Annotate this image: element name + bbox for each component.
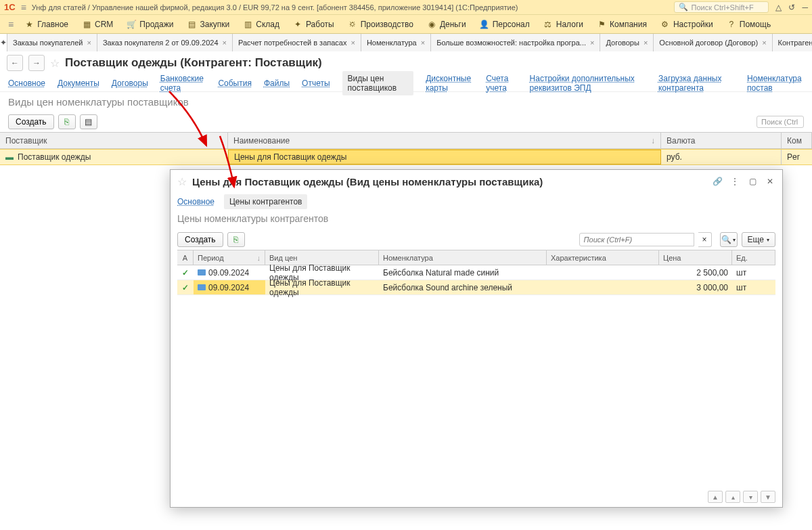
menu-works[interactable]: ✦Работы — [286, 15, 341, 34]
close-icon[interactable]: × — [351, 39, 355, 47]
popup-tab-main[interactable]: Основное — [177, 197, 215, 206]
popup-subtitle: Цены номенклатуры контрагентов — [171, 211, 782, 229]
link-discount[interactable]: Дисконтные карты — [426, 74, 474, 93]
table-row[interactable]: ▬Поставщик одежды Цены для Поставщик оде… — [0, 149, 812, 165]
menu-personnel[interactable]: 👤Персонал — [473, 15, 537, 34]
pcol-period[interactable]: Период↓ — [194, 250, 265, 265]
menu-purchases[interactable]: ▤Закупки — [180, 15, 236, 34]
close-icon[interactable]: × — [762, 39, 766, 47]
col-currency[interactable]: Валюта — [661, 133, 782, 148]
back-button[interactable]: ← — [7, 55, 23, 71]
close-icon[interactable]: ✕ — [765, 177, 775, 186]
link-reports[interactable]: Отчеты — [302, 79, 330, 88]
menu-company[interactable]: ⚑Компания — [590, 15, 654, 34]
table-search[interactable]: Поиск (Ctrl — [757, 116, 804, 128]
popup-search-input[interactable] — [579, 233, 694, 246]
tab-orders[interactable]: Заказы покупателей× — [7, 34, 97, 51]
page-title: Поставщик одежды (Контрагент: Поставщик) — [65, 56, 322, 70]
popup-row[interactable]: ✓ 09.09.2024 Цены для Поставщик одежды Б… — [177, 265, 775, 280]
popup-tab-prices[interactable]: Цены контрагентов — [224, 194, 308, 209]
cell-com: Per — [782, 150, 812, 164]
create-button[interactable]: Создать — [8, 114, 54, 129]
link-bank[interactable]: Банковские счета — [160, 74, 206, 93]
menu-crm[interactable]: ▦CRM — [75, 15, 120, 34]
close-icon[interactable]: × — [590, 39, 594, 47]
tab-more-options[interactable]: Больше возможностей: настройка програ...… — [431, 34, 600, 51]
tab-demand[interactable]: Расчет потребностей в запасах× — [233, 34, 361, 51]
favorite-star-icon[interactable]: ☆ — [50, 57, 60, 70]
tab-contracts[interactable]: Договоры× — [600, 34, 654, 51]
minimize-icon[interactable]: ─ — [802, 3, 808, 12]
menu-main[interactable]: ★Главное — [18, 15, 75, 34]
forward-button[interactable]: → — [28, 55, 45, 71]
link-main[interactable]: Основное — [8, 79, 45, 88]
menu-sales[interactable]: 🛒Продажи — [120, 15, 180, 34]
window-icon[interactable]: ▢ — [747, 177, 758, 186]
tab-nomenclature[interactable]: Номенклатура× — [361, 34, 431, 51]
hamburger-icon[interactable]: ≡ — [21, 2, 26, 13]
link-documents[interactable]: Документы — [58, 79, 99, 88]
link-load-data[interactable]: Загрузка данных контрагента — [658, 74, 735, 93]
copy-button[interactable]: ⎘ — [58, 114, 76, 129]
popup-toolbar: Создать ⎘ × 🔍▾ Еще▾ — [171, 229, 782, 250]
tabs-home-button[interactable]: ✦ — [0, 34, 7, 51]
menu-production[interactable]: ⛭Производство — [341, 15, 420, 34]
menu-label: Компания — [610, 20, 647, 29]
popup-row[interactable]: ✓ 09.09.2024 Цены для Поставщик одежды Б… — [177, 280, 775, 295]
nav-last-button[interactable]: ▼ — [761, 491, 775, 503]
link-nomenclature[interactable]: Номенклатура постав — [747, 74, 804, 93]
link-epd[interactable]: Настройки дополнительных реквизитов ЭПД — [530, 74, 646, 93]
more-button[interactable]: Еще▾ — [742, 232, 775, 247]
pcol-nom[interactable]: Номенклатура — [379, 250, 547, 265]
nav-down-button[interactable]: ▾ — [743, 491, 758, 503]
close-icon[interactable]: × — [87, 39, 91, 47]
search-icon: 🔍 — [721, 235, 731, 244]
col-com[interactable]: Ком — [782, 133, 812, 148]
popup-copy-button[interactable]: ⎘ — [227, 232, 245, 247]
menu-label: Помощь — [740, 20, 771, 29]
menu-toggle-icon[interactable]: ≡ — [4, 19, 18, 30]
pcol-char[interactable]: Характеристика — [547, 250, 659, 265]
nav-first-button[interactable]: ▲ — [708, 491, 723, 503]
pcell-nom: Бейсболка Natural made синий — [379, 265, 547, 280]
tab-label: Номенклатура — [367, 39, 417, 47]
nav-up-button[interactable]: ▴ — [725, 491, 740, 503]
history-icon[interactable]: ↺ — [788, 3, 795, 12]
popup-create-button[interactable]: Создать — [177, 232, 223, 247]
menu-money[interactable]: ◉Деньги — [420, 15, 473, 34]
link-icon[interactable]: 🔗 — [712, 177, 723, 186]
col-supplier[interactable]: Поставщик — [0, 133, 228, 148]
gear-icon: ⚙ — [660, 20, 670, 29]
link-files[interactable]: Файлы — [264, 79, 290, 88]
col-name[interactable]: Наименование↓ — [228, 133, 661, 148]
filter-button[interactable]: 🔍▾ — [720, 232, 738, 247]
menu-warehouse[interactable]: ▥Склад — [236, 15, 286, 34]
pcol-price[interactable]: Цена — [659, 250, 732, 265]
search-clear-button[interactable]: × — [698, 232, 712, 247]
link-supplier-prices[interactable]: Виды цен поставщиков — [342, 71, 414, 95]
menu-taxes[interactable]: ⚖Налоги — [537, 15, 590, 34]
popup-table-header: А Период↓ Вид цен Номенклатура Характери… — [177, 250, 775, 265]
tab-label: Контрагенты: Поставщики — [778, 39, 812, 47]
main-menu: ≡ ★Главное ▦CRM 🛒Продажи ▤Закупки ▥Склад… — [0, 15, 812, 34]
tab-counterparties[interactable]: Контрагенты: Поставщики× — [773, 34, 812, 51]
link-contracts[interactable]: Договоры — [112, 79, 148, 88]
pcell-nom: Бейсболка Sound archine зеленый — [379, 280, 547, 294]
menu-label: Производство — [361, 20, 413, 29]
pcol-a[interactable]: А — [177, 250, 194, 265]
close-icon[interactable]: × — [223, 39, 227, 47]
menu-settings[interactable]: ⚙Настройки — [654, 15, 720, 34]
more-icon[interactable]: ⋮ — [729, 177, 740, 186]
list-button[interactable]: ▤ — [80, 114, 97, 129]
menu-help[interactable]: ?Помощь — [720, 15, 777, 34]
popup-star-icon[interactable]: ☆ — [177, 175, 187, 188]
bell-icon[interactable]: △ — [775, 3, 782, 12]
tab-main-contract[interactable]: Основной договор (Договор)× — [654, 34, 772, 51]
link-events[interactable]: События — [218, 79, 252, 88]
close-icon[interactable]: × — [644, 39, 648, 47]
link-accounts[interactable]: Счета учета — [486, 74, 517, 93]
tab-order2[interactable]: Заказ покупателя 2 от 09.09.2024× — [97, 34, 233, 51]
pcol-unit[interactable]: Ед. — [732, 250, 775, 265]
close-icon[interactable]: × — [421, 39, 425, 47]
global-search[interactable]: 🔍 Поиск Ctrl+Shift+F — [674, 1, 769, 13]
